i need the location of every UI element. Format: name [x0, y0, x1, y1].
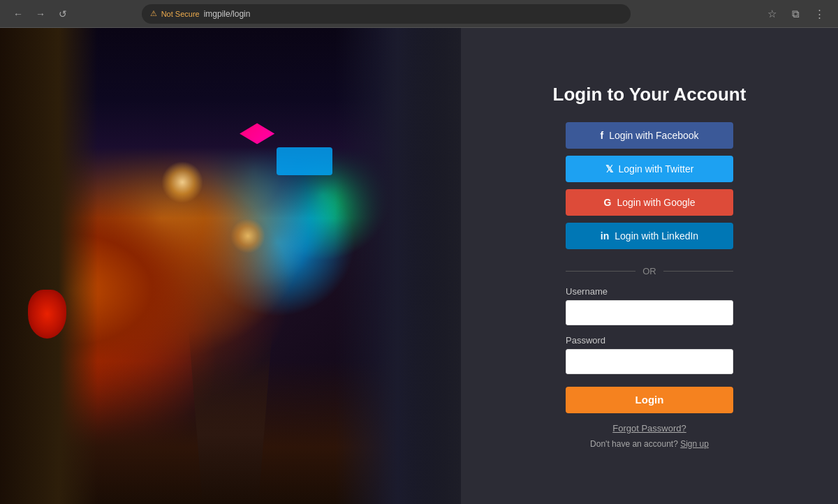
- twitter-icon: 𝕏: [605, 163, 613, 175]
- photo-side: [0, 28, 461, 504]
- page-content: Login to Your Account f Login with Faceb…: [0, 28, 838, 504]
- google-btn-label: Login with Google: [617, 197, 695, 208]
- signup-link[interactable]: Sign up: [680, 439, 709, 449]
- divider-line-right: [663, 271, 733, 272]
- building-left: [0, 28, 98, 504]
- facebook-icon: f: [600, 130, 603, 141]
- address-bar[interactable]: ⚠ Not Secure imgpile/login: [142, 4, 631, 24]
- forward-button[interactable]: →: [31, 4, 50, 24]
- lantern-glow-1: [161, 161, 203, 203]
- password-group: Password: [566, 335, 733, 374]
- username-input[interactable]: [566, 300, 733, 325]
- star-button[interactable]: ☆: [763, 4, 782, 24]
- lantern-glow-2: [230, 218, 265, 253]
- reload-button[interactable]: ↺: [53, 4, 73, 24]
- login-title: Login to Your Account: [553, 84, 747, 105]
- login-button[interactable]: Login: [566, 387, 733, 413]
- security-label: Not Secure: [161, 10, 200, 18]
- login-side: Login to Your Account f Login with Faceb…: [461, 28, 838, 504]
- facebook-login-button[interactable]: f Login with Facebook: [566, 122, 733, 149]
- google-icon: G: [604, 197, 612, 208]
- google-login-button[interactable]: G Login with Google: [566, 189, 733, 216]
- twitter-btn-label: Login with Twitter: [619, 163, 694, 175]
- facebook-btn-label: Login with Facebook: [609, 130, 698, 141]
- password-input[interactable]: [566, 349, 733, 374]
- password-label: Password: [566, 335, 733, 346]
- back-button[interactable]: ←: [8, 4, 28, 24]
- or-divider: OR: [566, 266, 733, 276]
- or-text: OR: [642, 266, 656, 276]
- neon-sign-bar: [277, 147, 332, 175]
- browser-actions: ☆ ⧉ ⋮: [763, 4, 830, 24]
- forgot-password-link[interactable]: Forgot Password?: [612, 423, 686, 433]
- signup-text: Don't have an account? Sign up: [590, 439, 709, 449]
- security-warning-icon: ⚠: [150, 9, 157, 18]
- extensions-button[interactable]: ⧉: [786, 4, 806, 24]
- menu-button[interactable]: ⋮: [810, 4, 830, 24]
- linkedin-icon: in: [601, 230, 609, 242]
- no-account-text: Don't have an account?: [590, 439, 678, 449]
- username-group: Username: [566, 286, 733, 325]
- red-lantern: [28, 290, 66, 339]
- divider-line-left: [566, 271, 635, 272]
- browser-chrome: ← → ↺ ⚠ Not Secure imgpile/login ☆ ⧉ ⋮: [0, 0, 838, 28]
- username-label: Username: [566, 286, 733, 297]
- linkedin-btn-label: Login with LinkedIn: [615, 230, 698, 242]
- twitter-login-button[interactable]: 𝕏 Login with Twitter: [566, 156, 733, 182]
- photo-right-overlay: [377, 28, 461, 504]
- linkedin-login-button[interactable]: in Login with LinkedIn: [566, 223, 733, 249]
- url-text: imgpile/login: [204, 9, 251, 19]
- nav-buttons: ← → ↺: [8, 4, 73, 24]
